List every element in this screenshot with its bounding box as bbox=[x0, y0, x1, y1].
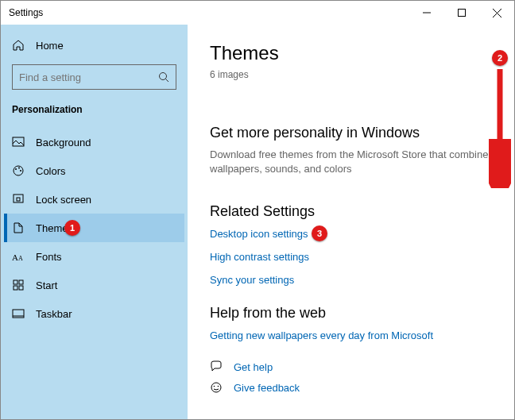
search-box[interactable] bbox=[12, 64, 176, 90]
home-icon bbox=[12, 39, 25, 52]
svg-rect-1 bbox=[459, 10, 466, 17]
sidebar-item-fonts[interactable]: AA Fonts bbox=[4, 242, 184, 271]
sidebar-item-taskbar[interactable]: Taskbar bbox=[4, 299, 184, 328]
svg-rect-18 bbox=[19, 286, 23, 290]
annotation-arrow bbox=[489, 61, 511, 188]
sidebar-nav: Background Colors Lock screen Themes 1 A… bbox=[4, 128, 184, 328]
related-settings-heading: Related Settings bbox=[210, 203, 498, 220]
sidebar-item-lock-screen[interactable]: Lock screen bbox=[4, 185, 184, 214]
sidebar-item-label: Taskbar bbox=[36, 308, 72, 320]
palette-icon bbox=[12, 164, 25, 177]
sidebar-item-label: Fonts bbox=[36, 251, 62, 263]
lock-screen-icon bbox=[12, 193, 25, 206]
svg-rect-15 bbox=[14, 280, 17, 284]
settings-window: Settings Home bbox=[0, 0, 515, 420]
svg-point-4 bbox=[160, 73, 167, 80]
give-feedback-row[interactable]: Give feedback bbox=[210, 381, 498, 394]
window-controls bbox=[409, 1, 514, 25]
sidebar-item-colors[interactable]: Colors bbox=[4, 156, 184, 185]
maximize-button[interactable] bbox=[444, 1, 479, 25]
svg-point-7 bbox=[14, 166, 23, 175]
link-desktop-icon-settings[interactable]: Desktop icon settings bbox=[210, 228, 308, 240]
sidebar-home[interactable]: Home bbox=[4, 31, 184, 60]
page-title: Themes bbox=[210, 42, 498, 64]
promo-heading: Get more personality in Windows bbox=[210, 125, 498, 141]
svg-line-5 bbox=[166, 79, 169, 83]
start-icon bbox=[12, 279, 25, 291]
get-help-row[interactable]: Get help bbox=[210, 360, 498, 373]
sidebar-section-header: Personalization bbox=[4, 101, 184, 123]
picture-icon bbox=[12, 136, 25, 148]
svg-point-10 bbox=[20, 170, 21, 171]
link-give-feedback[interactable]: Give feedback bbox=[234, 382, 300, 394]
themes-icon bbox=[12, 222, 25, 234]
link-help-wallpapers[interactable]: Getting new wallpapers every day from Mi… bbox=[210, 329, 498, 341]
content-pane: Themes 6 images Get more personality in … bbox=[188, 25, 514, 419]
sidebar-item-label: Background bbox=[36, 137, 91, 148]
annotation-badge-2: 2 bbox=[492, 50, 508, 66]
sidebar-item-label: Lock screen bbox=[36, 194, 91, 206]
link-sync-settings[interactable]: Sync your settings bbox=[210, 274, 498, 286]
window-title: Settings bbox=[9, 7, 43, 18]
annotation-badge-3: 3 bbox=[312, 225, 327, 241]
svg-rect-12 bbox=[17, 198, 20, 201]
svg-rect-17 bbox=[14, 286, 17, 290]
sidebar-item-label: Start bbox=[36, 279, 57, 291]
sidebar-item-label: Colors bbox=[36, 165, 66, 177]
sidebar: Home Personalization Background Colors bbox=[1, 25, 188, 419]
promo-description: Download free themes from the Microsoft … bbox=[210, 148, 498, 176]
svg-rect-16 bbox=[19, 280, 23, 284]
sidebar-item-background[interactable]: Background bbox=[4, 128, 184, 156]
search-icon bbox=[158, 71, 169, 83]
close-button[interactable] bbox=[479, 1, 514, 25]
minimize-button[interactable] bbox=[409, 1, 444, 25]
svg-point-22 bbox=[214, 386, 215, 387]
svg-text:A: A bbox=[18, 255, 23, 262]
sidebar-home-label: Home bbox=[36, 40, 64, 52]
sidebar-item-start[interactable]: Start bbox=[4, 271, 184, 299]
taskbar-icon bbox=[12, 307, 25, 320]
svg-point-8 bbox=[15, 168, 17, 170]
link-high-contrast-settings[interactable]: High contrast settings bbox=[210, 251, 498, 263]
fonts-icon: AA bbox=[12, 250, 25, 263]
titlebar: Settings bbox=[1, 1, 514, 25]
feedback-icon bbox=[210, 381, 223, 394]
annotation-badge-1: 1 bbox=[64, 220, 80, 236]
link-get-help[interactable]: Get help bbox=[234, 361, 273, 373]
window-body: Home Personalization Background Colors bbox=[1, 25, 514, 419]
svg-text:A: A bbox=[12, 252, 18, 262]
page-subtitle: 6 images bbox=[210, 69, 498, 80]
help-heading: Help from the web bbox=[210, 305, 498, 322]
svg-point-9 bbox=[18, 168, 20, 169]
search-input[interactable] bbox=[19, 71, 154, 83]
help-icon bbox=[210, 360, 223, 373]
svg-point-21 bbox=[211, 383, 221, 392]
sidebar-item-themes[interactable]: Themes 1 bbox=[4, 214, 184, 242]
svg-point-23 bbox=[218, 386, 219, 387]
